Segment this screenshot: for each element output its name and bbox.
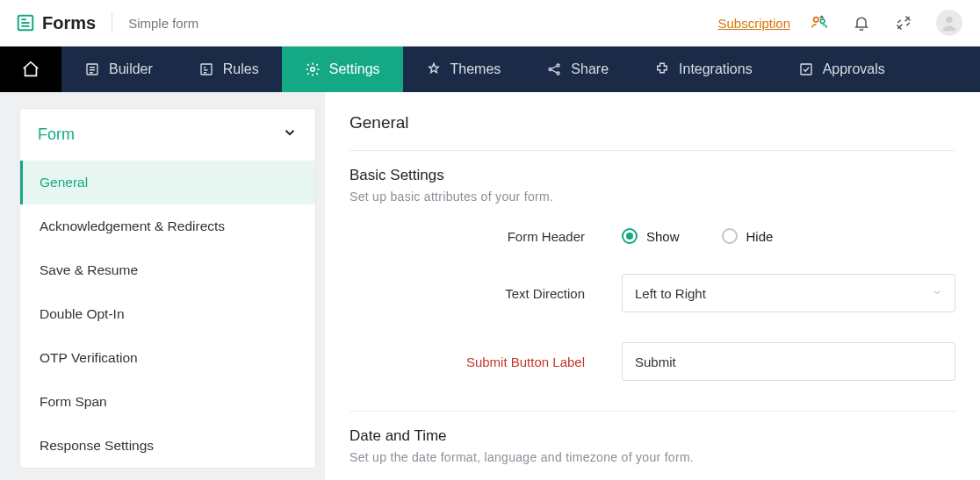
bell-icon[interactable] xyxy=(852,13,871,32)
nav-label: Share xyxy=(571,61,609,77)
nav-integrations[interactable]: Integrations xyxy=(631,47,775,92)
sidebar-item-label: General xyxy=(40,175,88,190)
nav-label: Approvals xyxy=(823,61,885,77)
app-logo[interactable]: Forms xyxy=(16,13,96,33)
forms-logo-icon xyxy=(16,13,35,32)
section-basic: Basic Settings Set up basic attributes o… xyxy=(349,151,955,381)
sidebar-wrap: Form General Acknowledgement & Redirects… xyxy=(0,92,325,480)
svg-point-9 xyxy=(557,72,559,75)
svg-rect-10 xyxy=(801,64,811,75)
svg-point-2 xyxy=(820,19,825,24)
nav-themes[interactable]: Themes xyxy=(403,47,524,92)
sidebar-item-response-settings[interactable]: Response Settings xyxy=(20,424,315,468)
select-value: Left to Right xyxy=(635,286,706,301)
app-name: Forms xyxy=(42,13,96,33)
sidebar-item-double-optin[interactable]: Double Opt-In xyxy=(20,292,315,336)
nav-label: Rules xyxy=(223,61,259,77)
sidebar-group-label: Form xyxy=(38,125,75,144)
topbar: Forms Simple form Subscription xyxy=(0,0,980,47)
avatar[interactable] xyxy=(936,10,962,36)
radio-label: Hide xyxy=(746,229,774,244)
chevron-down-icon xyxy=(282,125,298,145)
approvals-icon xyxy=(798,61,814,77)
divider xyxy=(112,12,112,33)
sidebar-item-label: OTP Verification xyxy=(40,350,138,365)
section-title: Date and Time xyxy=(349,427,955,445)
sidebar-item-form-span[interactable]: Form Span xyxy=(20,380,315,424)
nav-label: Integrations xyxy=(679,61,753,77)
top-icons xyxy=(810,10,962,36)
label-text-direction: Text Direction xyxy=(349,286,622,301)
svg-point-1 xyxy=(814,18,819,22)
subscription-link[interactable]: Subscription xyxy=(717,16,790,31)
radio-label: Show xyxy=(646,229,680,244)
sidebar-item-label: Save & Resume xyxy=(40,262,138,277)
main-panel: General Basic Settings Set up basic attr… xyxy=(325,92,980,480)
label-submit-button: Submit Button Label xyxy=(349,355,622,369)
svg-point-8 xyxy=(557,64,559,67)
nav-settings[interactable]: Settings xyxy=(282,47,403,92)
row-form-header: Form Header Show Hide xyxy=(349,228,955,244)
sidebar-item-label: Form Span xyxy=(40,394,107,409)
rules-icon xyxy=(198,61,214,77)
form-title: Simple form xyxy=(128,16,198,31)
radio-show[interactable]: Show xyxy=(622,228,680,244)
sidebar-group-form[interactable]: Form xyxy=(20,109,315,161)
sidebar-item-save-resume[interactable]: Save & Resume xyxy=(20,248,315,292)
section-title: Basic Settings xyxy=(349,167,955,184)
settings-icon xyxy=(305,61,321,77)
svg-point-6 xyxy=(310,68,314,72)
page-title: General xyxy=(349,113,955,151)
form-header-radio-group: Show Hide xyxy=(622,228,773,244)
main-nav: Builder Rules Settings Themes Share Inte… xyxy=(0,47,980,92)
themes-icon xyxy=(426,61,442,77)
sidebar-item-label: Double Opt-In xyxy=(40,306,125,321)
radio-dot-icon xyxy=(622,228,638,244)
nav-home[interactable] xyxy=(0,47,61,92)
row-text-direction: Text Direction Left to Right xyxy=(349,274,955,312)
sidebar-item-label: Acknowledgement & Redirects xyxy=(40,219,225,233)
sidebar-item-ack-redirects[interactable]: Acknowledgement & Redirects xyxy=(20,204,315,248)
nav-label: Builder xyxy=(109,61,153,77)
radio-dot-icon xyxy=(722,228,738,244)
nav-rules[interactable]: Rules xyxy=(176,47,282,92)
radio-hide[interactable]: Hide xyxy=(722,228,774,244)
sidebar-item-otp[interactable]: OTP Verification xyxy=(20,336,315,380)
nav-builder[interactable]: Builder xyxy=(61,47,176,92)
user-switch-icon[interactable] xyxy=(810,13,829,32)
section-datetime: Date and Time Set up the date format, la… xyxy=(349,412,955,464)
svg-point-7 xyxy=(549,68,551,71)
row-submit-label: Submit Button Label xyxy=(349,342,955,381)
nav-label: Settings xyxy=(329,61,380,77)
section-subtitle: Set up basic attributes of your form. xyxy=(349,190,955,204)
text-direction-select[interactable]: Left to Right xyxy=(622,274,955,312)
settings-sidebar: Form General Acknowledgement & Redirects… xyxy=(19,108,316,469)
nav-approvals[interactable]: Approvals xyxy=(775,47,908,92)
integrations-icon xyxy=(654,61,670,77)
section-subtitle: Set up the date format, language and tim… xyxy=(349,450,955,464)
chevron-down-icon xyxy=(932,287,942,300)
tools-icon[interactable] xyxy=(894,13,913,32)
content-body: Form General Acknowledgement & Redirects… xyxy=(0,92,980,480)
sidebar-item-general[interactable]: General xyxy=(20,161,315,204)
label-form-header: Form Header xyxy=(349,229,622,244)
builder-icon xyxy=(84,61,100,77)
share-icon xyxy=(546,61,562,77)
sidebar-item-label: Response Settings xyxy=(40,438,154,453)
nav-label: Themes xyxy=(450,61,501,77)
submit-label-input[interactable] xyxy=(622,342,955,381)
svg-point-3 xyxy=(946,17,952,23)
nav-share[interactable]: Share xyxy=(523,47,631,92)
